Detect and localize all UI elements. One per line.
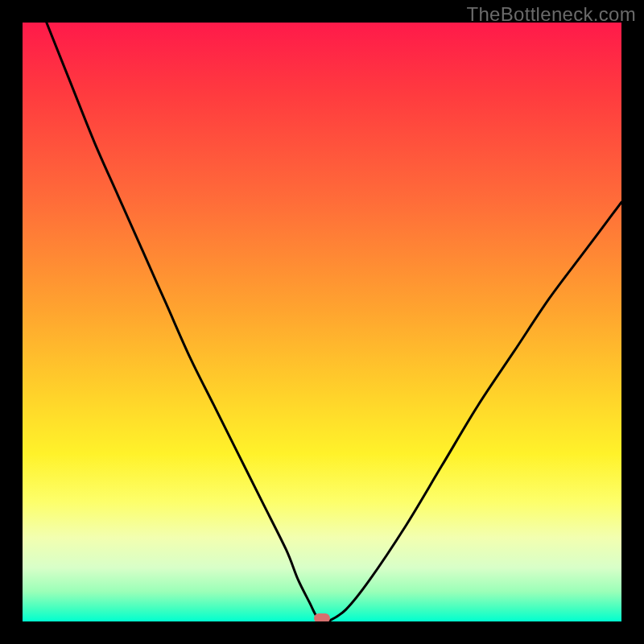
bottleneck-curve-path (47, 23, 621, 621)
minimum-marker (314, 613, 330, 621)
plot-area (23, 23, 621, 621)
curve-svg (23, 23, 621, 621)
chart-frame: TheBottleneck.com (0, 0, 644, 644)
